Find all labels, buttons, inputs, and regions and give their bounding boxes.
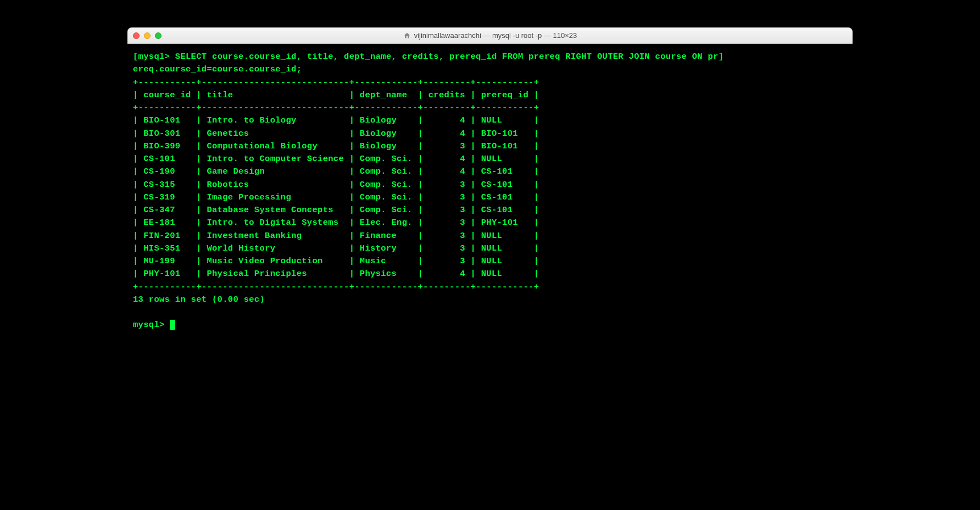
window-title: vijinimallawaarachchi — mysql -u root -p…: [127, 31, 853, 40]
home-icon: [403, 32, 411, 40]
cursor: [170, 320, 175, 330]
terminal-output[interactable]: [mysql> SELECT course.course_id, title, …: [127, 44, 853, 348]
window-titlebar[interactable]: vijinimallawaarachchi — mysql -u root -p…: [127, 27, 853, 44]
terminal-window: vijinimallawaarachchi — mysql -u root -p…: [127, 27, 853, 348]
window-title-text: vijinimallawaarachchi — mysql -u root -p…: [414, 31, 577, 40]
